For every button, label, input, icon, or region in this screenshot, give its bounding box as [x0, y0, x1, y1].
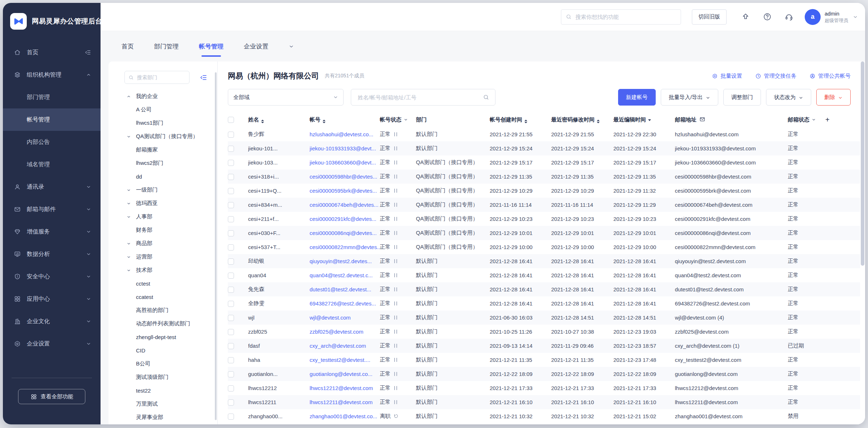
- tree-item[interactable]: 财务部: [109, 223, 217, 237]
- tree-item[interactable]: cctest: [109, 277, 217, 290]
- row-checkbox[interactable]: [228, 287, 234, 293]
- global-search[interactable]: [561, 9, 681, 25]
- tree-item[interactable]: 万里测试: [109, 397, 217, 411]
- view-all-features-button[interactable]: 查看全部功能: [18, 389, 85, 404]
- tree-caret-down-icon[interactable]: [127, 134, 136, 139]
- row-checkbox[interactable]: [228, 244, 234, 251]
- department-search-input[interactable]: [136, 74, 180, 81]
- row-checkbox[interactable]: [228, 160, 234, 166]
- freeze-icon[interactable]: [394, 316, 397, 320]
- account-link[interactable]: hzlushaohui@devtest.co...: [310, 131, 373, 137]
- freeze-icon[interactable]: [394, 160, 397, 164]
- sidebar-subitem[interactable]: 内部公告: [3, 131, 101, 153]
- account-link[interactable]: lhwcs12211@devtest.com: [310, 399, 373, 405]
- toolbar-button[interactable]: 删除: [816, 89, 851, 106]
- main-scrollbar-thumb[interactable]: [861, 61, 864, 266]
- freeze-icon[interactable]: [394, 203, 397, 207]
- freeze-icon[interactable]: [394, 400, 397, 404]
- tree-item[interactable]: 商品部: [109, 237, 217, 250]
- user-menu[interactable]: a admin 超级管理员: [805, 9, 858, 25]
- row-checkbox[interactable]: [228, 315, 234, 321]
- tree-item[interactable]: lhwcs1部门: [109, 116, 217, 130]
- tree-item[interactable]: ccatest: [109, 290, 217, 304]
- freeze-icon[interactable]: [394, 344, 397, 348]
- account-link[interactable]: guotianlong@devtest.co...: [310, 371, 373, 377]
- freeze-icon[interactable]: [394, 330, 397, 334]
- account-link[interactable]: dutest01@test2.devtest...: [310, 286, 371, 292]
- account-link[interactable]: jiekou-1036603660@devt...: [310, 159, 376, 166]
- account-link[interactable]: 694382726@test2.devtes...: [310, 300, 376, 307]
- tree-caret-down-icon[interactable]: [127, 255, 136, 259]
- row-checkbox[interactable]: [228, 399, 234, 406]
- sidebar-item[interactable]: 通讯录: [3, 176, 101, 198]
- member-search-input[interactable]: [357, 94, 483, 101]
- row-checkbox[interactable]: [228, 202, 234, 208]
- tree-item[interactable]: 德玛西亚: [109, 197, 217, 210]
- row-checkbox[interactable]: [228, 146, 234, 152]
- row-checkbox[interactable]: [228, 357, 234, 363]
- tree-scrollbar-thumb[interactable]: [215, 72, 217, 420]
- row-checkbox[interactable]: [228, 371, 234, 377]
- account-link[interactable]: cesi00000598hbr@devtes...: [310, 174, 377, 180]
- sidebar-item[interactable]: 企业设置: [3, 333, 101, 355]
- freeze-icon[interactable]: [394, 386, 397, 390]
- freeze-icon[interactable]: [394, 273, 397, 277]
- tree-item[interactable]: 人事部: [109, 210, 217, 223]
- tree-item[interactable]: 运营部: [109, 250, 217, 264]
- tree-item[interactable]: 技术部: [109, 264, 217, 277]
- freeze-icon[interactable]: [394, 189, 397, 193]
- domain-select[interactable]: 全部域: [228, 89, 344, 106]
- row-checkbox[interactable]: [228, 273, 234, 279]
- sidebar-item[interactable]: 安全中心: [3, 265, 101, 288]
- tree-item[interactable]: lhwcs2部门: [109, 157, 217, 170]
- tab[interactable]: 企业设置: [244, 31, 268, 61]
- tree-item[interactable]: B公司: [109, 357, 217, 371]
- row-checkbox[interactable]: [228, 258, 234, 265]
- tree-caret-down-icon[interactable]: [127, 268, 136, 273]
- tree-item[interactable]: A 公司: [109, 103, 217, 116]
- add-column-header[interactable]: +: [825, 112, 860, 127]
- freeze-icon[interactable]: [394, 231, 397, 235]
- tree-item[interactable]: dd: [109, 170, 217, 183]
- tree-caret-down-icon[interactable]: [127, 201, 136, 206]
- column-header[interactable]: 最近编辑时间: [613, 112, 675, 127]
- column-header[interactable]: 邮箱地址: [675, 112, 788, 127]
- freeze-icon[interactable]: [394, 287, 397, 291]
- column-header[interactable]: 帐号状态: [380, 112, 416, 127]
- menu-fold-icon[interactable]: [85, 49, 91, 56]
- freeze-icon[interactable]: [394, 301, 397, 305]
- tree-item[interactable]: QA测试部门（接口专用）: [109, 130, 217, 143]
- account-link[interactable]: jiekou-1019331933@devt...: [310, 145, 376, 151]
- tree-item[interactable]: 动态邮件列表测试部门: [109, 317, 217, 330]
- global-search-input[interactable]: [575, 13, 676, 20]
- column-header[interactable]: 姓名: [248, 112, 310, 127]
- account-link[interactable]: cesi00000291kfc@devtes...: [310, 216, 376, 222]
- tab[interactable]: 帐号管理: [199, 31, 224, 61]
- row-checkbox[interactable]: [228, 414, 234, 420]
- header-action-link[interactable]: 批量设置: [712, 73, 742, 80]
- tab[interactable]: 首页: [122, 31, 134, 61]
- account-link[interactable]: cxy_testtest2@devtest....: [310, 357, 370, 363]
- account-link[interactable]: zzbf025@devtest.com: [310, 329, 363, 335]
- account-link[interactable]: qiuyouyin@test2.devtes...: [310, 258, 372, 264]
- account-link[interactable]: cesi00000086nqi@devtes...: [310, 230, 376, 236]
- tree-item[interactable]: 我的企业: [109, 90, 217, 103]
- tree-item[interactable]: 邮箱搬家: [109, 143, 217, 157]
- sidebar-item[interactable]: 组织机构管理: [3, 64, 101, 86]
- tree-caret-up-icon[interactable]: [127, 94, 136, 99]
- sidebar-item[interactable]: 首页: [3, 41, 101, 64]
- freeze-icon[interactable]: [394, 259, 397, 263]
- column-header[interactable]: 邮箱状态: [788, 112, 825, 127]
- freeze-icon[interactable]: [394, 245, 397, 249]
- freeze-icon[interactable]: [394, 372, 397, 376]
- row-checkbox[interactable]: [228, 329, 234, 335]
- sidebar-item[interactable]: 增值服务: [3, 221, 101, 243]
- sidebar-subitem[interactable]: 帐号管理: [3, 108, 101, 131]
- tree-caret-down-icon[interactable]: [127, 215, 136, 219]
- column-header[interactable]: 帐号: [310, 112, 380, 127]
- freeze-icon[interactable]: [394, 146, 397, 150]
- toolbar-button[interactable]: 调整部门: [723, 89, 761, 106]
- toolbar-button[interactable]: 批量导入/导出: [661, 89, 718, 106]
- tabs-chevron-down-icon[interactable]: [289, 44, 294, 49]
- toolbar-button[interactable]: 新建帐号: [618, 89, 656, 106]
